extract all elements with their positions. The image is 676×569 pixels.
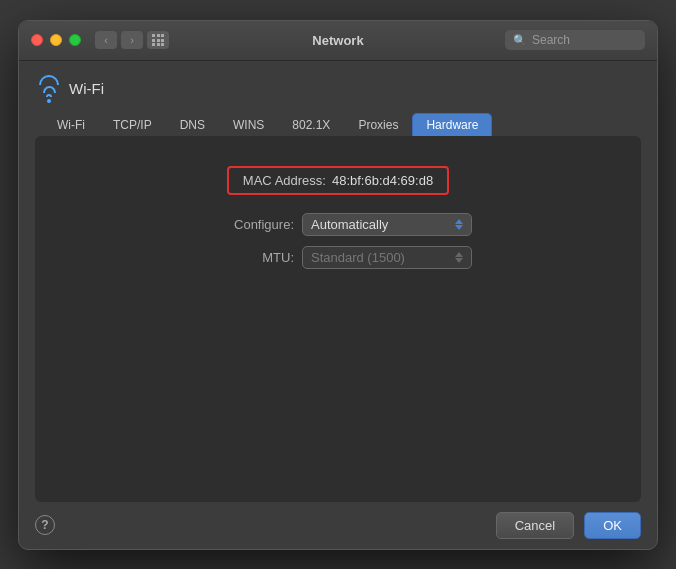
action-buttons: Cancel OK [496,512,641,539]
titlebar: ‹ › Network 🔍 [19,21,657,61]
arrow-up-icon [455,219,463,224]
configure-select[interactable]: Automatically [302,213,472,236]
close-button[interactable] [31,34,43,46]
tab-8021x[interactable]: 802.1X [278,113,344,136]
help-button[interactable]: ? [35,515,55,535]
tab-wifi[interactable]: Wi-Fi [43,113,99,136]
tab-hardware[interactable]: Hardware [412,113,492,136]
mtu-arrow-up-icon [455,252,463,257]
content-area: Wi-Fi Wi-Fi TCP/IP DNS WINS 802.1X Proxi… [19,61,657,502]
hardware-panel: MAC Address: 48:bf:6b:d4:69:d8 Configure… [35,136,641,502]
mac-address-row: MAC Address: 48:bf:6b:d4:69:d8 [75,166,601,195]
network-window: ‹ › Network 🔍 Wi-Fi [18,20,658,550]
grid-icon [152,34,164,46]
tab-dns[interactable]: DNS [166,113,219,136]
mtu-select[interactable]: Standard (1500) [302,246,472,269]
bottom-bar: ? Cancel OK [19,502,657,549]
tab-wins[interactable]: WINS [219,113,278,136]
forward-button[interactable]: › [121,31,143,49]
tabs: Wi-Fi TCP/IP DNS WINS 802.1X Proxies Har… [35,113,641,136]
configure-value: Automatically [311,217,388,232]
mtu-arrow-down-icon [455,258,463,263]
mac-label: MAC Address: [243,173,326,188]
configure-label: Configure: [204,217,294,232]
form-section: MAC Address: 48:bf:6b:d4:69:d8 Configure… [75,166,601,269]
back-button[interactable]: ‹ [95,31,117,49]
window-title: Network [312,33,363,48]
maximize-button[interactable] [69,34,81,46]
configure-row: Configure: Automatically [75,213,601,236]
grid-button[interactable] [147,31,169,49]
wifi-header: Wi-Fi [35,75,641,103]
mac-highlight-box: MAC Address: 48:bf:6b:d4:69:d8 [227,166,449,195]
wifi-icon [39,75,59,103]
mtu-value: Standard (1500) [311,250,405,265]
search-input[interactable] [532,33,637,47]
wifi-label: Wi-Fi [69,80,104,97]
mtu-arrows [455,252,463,263]
configure-arrows [455,219,463,230]
mtu-label: MTU: [204,250,294,265]
minimize-button[interactable] [50,34,62,46]
traffic-lights [31,34,81,46]
ok-button[interactable]: OK [584,512,641,539]
tab-tcpip[interactable]: TCP/IP [99,113,166,136]
nav-buttons: ‹ › [95,31,143,49]
cancel-button[interactable]: Cancel [496,512,574,539]
search-box[interactable]: 🔍 [505,30,645,50]
mtu-row: MTU: Standard (1500) [75,246,601,269]
tab-proxies[interactable]: Proxies [344,113,412,136]
search-icon: 🔍 [513,34,527,47]
mac-value: 48:bf:6b:d4:69:d8 [332,173,433,188]
arrow-down-icon [455,225,463,230]
